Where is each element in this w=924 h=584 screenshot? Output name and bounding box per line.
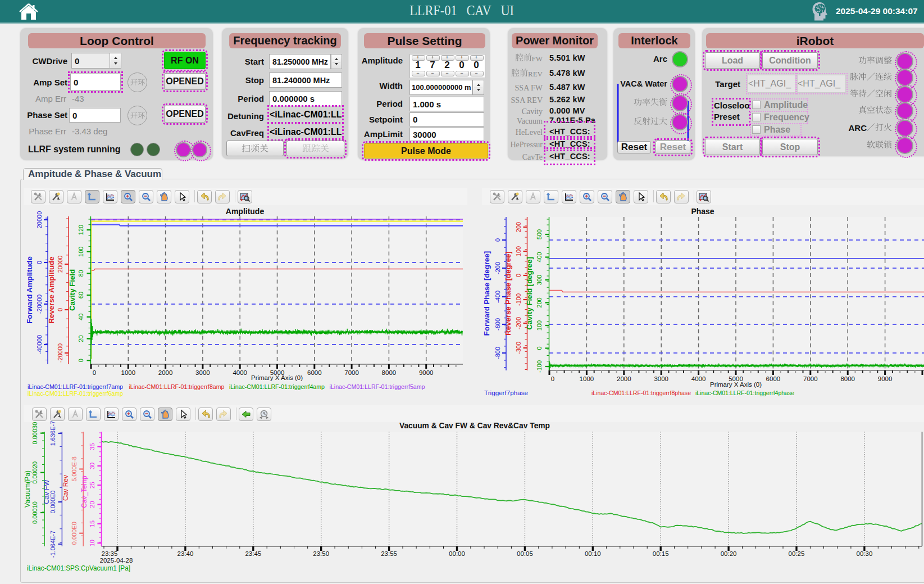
svg-text:20: 20: [89, 501, 95, 508]
svg-text:5.000E-8: 5.000E-8: [71, 456, 78, 482]
svg-text:Vacuum(Pa): Vacuum(Pa): [24, 470, 31, 508]
svg-text:23:40: 23:40: [177, 550, 194, 557]
svg-text:15: 15: [89, 520, 95, 527]
svg-text:25: 25: [89, 482, 95, 488]
svg-text:1.636E-7: 1.636E-7: [49, 421, 56, 446]
svg-text:0.00030: 0.00030: [31, 422, 38, 445]
svg-text:10: 10: [89, 540, 95, 546]
svg-text:0.00020: 0.00020: [31, 461, 38, 484]
svg-text:00:10: 00:10: [585, 550, 601, 557]
svg-text:00:25: 00:25: [789, 550, 805, 557]
svg-text:0.000E0: 0.000E0: [71, 522, 78, 545]
svg-text:00:05: 00:05: [517, 550, 533, 557]
svg-text:2025-04-28: 2025-04-28: [100, 557, 133, 564]
svg-text:00:20: 00:20: [721, 550, 737, 557]
svg-text:23:50: 23:50: [313, 550, 329, 557]
svg-text:0.00010: 0.00010: [31, 501, 38, 524]
svg-text:23:55: 23:55: [381, 550, 397, 557]
svg-text:00:30: 00:30: [857, 550, 873, 557]
svg-text:35: 35: [89, 443, 95, 450]
svg-text:iLinac-CM01:SPS:CpVacuum1 [Pa]: iLinac-CM01:SPS:CpVacuum1 [Pa]: [27, 564, 130, 572]
svg-text:23:45: 23:45: [245, 550, 261, 557]
svg-text:00:00: 00:00: [449, 550, 465, 557]
svg-text:00:15: 00:15: [653, 550, 669, 557]
svg-text:30: 30: [89, 463, 95, 469]
svg-text:23:35: 23:35: [102, 550, 118, 557]
svg-text:Cav Rev: Cav Rev: [62, 475, 70, 501]
svg-text:Vacuum & Cav FW & Cav Rev&Cav: Vacuum & Cav FW & Cav Rev&Cav Temp: [399, 422, 550, 430]
svg-text:-1.064E-7: -1.064E-7: [49, 531, 56, 558]
svg-text:Cav_Temp: Cav_Temp: [80, 476, 88, 508]
svg-text:Cav FW: Cav FW: [43, 479, 51, 504]
